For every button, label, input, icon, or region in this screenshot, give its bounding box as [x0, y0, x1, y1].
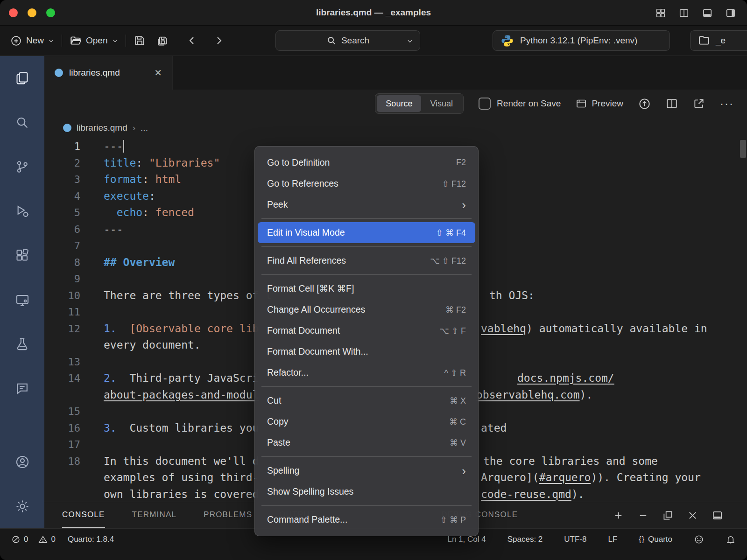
editor-action-bar: Source Visual Render on Save Preview ···: [44, 90, 747, 118]
customize-layout-icon[interactable]: [655, 8, 666, 18]
render-circle-arrow-icon[interactable]: [638, 98, 651, 110]
menu-separator: [261, 386, 472, 387]
workspace-label: _e: [716, 35, 726, 46]
explorer-icon[interactable]: [0, 56, 44, 100]
panel-add-icon[interactable]: [613, 510, 624, 521]
tab-label: libraries.qmd: [69, 68, 148, 78]
panel-layout-icon[interactable]: [712, 510, 723, 521]
save-icon[interactable]: [134, 35, 146, 47]
braces-icon: {}: [639, 535, 645, 544]
run-debug-icon[interactable]: [0, 189, 44, 233]
cursor-position-status[interactable]: Ln 1, Col 4: [447, 535, 486, 544]
eol-status[interactable]: LF: [608, 535, 617, 544]
indentation-status[interactable]: Spaces: 2: [507, 535, 543, 544]
tab-close-icon[interactable]: ✕: [154, 67, 162, 78]
close-window-button[interactable]: [9, 8, 18, 17]
breadcrumb-file[interactable]: libraries.qmd: [77, 123, 127, 133]
python-logo-icon: [500, 34, 514, 48]
flask-icon[interactable]: [0, 322, 44, 366]
interpreter-label: Python 3.12.1 (PipEnv: .venv): [520, 35, 637, 46]
line-number: 17: [44, 436, 80, 453]
source-control-icon[interactable]: [0, 145, 44, 189]
feedback-smiley-icon[interactable]: [694, 534, 704, 545]
menu-separator: [261, 505, 472, 506]
save-all-icon[interactable]: [156, 35, 169, 47]
line-number: 3: [44, 171, 80, 188]
zoom-window-button[interactable]: [46, 8, 55, 17]
extensions-icon[interactable]: [0, 233, 44, 278]
settings-gear-icon[interactable]: [0, 484, 44, 528]
split-editor-icon[interactable]: [666, 98, 678, 110]
menu-item-peek[interactable]: Peek›: [255, 194, 478, 215]
preview-button[interactable]: Preview: [576, 98, 623, 109]
menu-item-go-to-definition[interactable]: Go to DefinitionF2: [255, 152, 478, 173]
menu-item-paste[interactable]: Paste⌘ V: [255, 432, 478, 453]
minimize-window-button[interactable]: [28, 8, 36, 17]
breadcrumb-ellipsis[interactable]: ...: [141, 123, 148, 133]
search-icon: [326, 35, 337, 46]
preview-label: Preview: [592, 98, 623, 109]
line-number: 16: [44, 420, 80, 437]
interpreter-selector[interactable]: Python 3.12.1 (PipEnv: .venv): [493, 30, 670, 51]
menu-item-format-cell-k-f[interactable]: Format Cell [⌘K ⌘F]: [255, 278, 478, 299]
toolbar-separator: [126, 35, 126, 47]
panel-tab-problems[interactable]: PROBLEMS: [204, 502, 252, 528]
breadcrumb-separator-icon: ›: [133, 123, 135, 133]
workspace-selector[interactable]: _e: [690, 30, 747, 51]
quarto-version-status[interactable]: Quarto: 1.8.4: [68, 535, 114, 544]
toggle-secondary-sidebar-icon[interactable]: [726, 8, 736, 18]
render-on-save-checkbox[interactable]: [479, 98, 491, 110]
menu-item-format-document-with[interactable]: Format Document With...: [255, 341, 478, 362]
language-mode-status[interactable]: {} Quarto: [639, 535, 672, 544]
panel-tab-console[interactable]: CONSOLE: [62, 502, 105, 528]
line-number: 6: [44, 221, 80, 238]
menu-item-cut[interactable]: Cut⌘ X: [255, 390, 478, 411]
search-input[interactable]: Search: [275, 30, 420, 51]
menu-item-copy[interactable]: Copy⌘ C: [255, 411, 478, 432]
menu-item-edit-in-visual-mode[interactable]: Edit in Visual Mode⇧ ⌘ F4: [258, 222, 475, 243]
tab-libraries-qmd[interactable]: libraries.qmd ✕: [44, 56, 173, 90]
menu-item-command-palette[interactable]: Command Palette...⇧ ⌘ P: [255, 509, 478, 530]
panel-tab-terminal[interactable]: TERMINAL: [132, 502, 177, 528]
menu-item-spelling[interactable]: Spelling›: [255, 460, 478, 481]
notifications-bell-icon[interactable]: [726, 534, 736, 545]
account-icon[interactable]: [0, 440, 44, 484]
panel-minimize-icon[interactable]: [638, 510, 648, 521]
menu-item-format-document[interactable]: Format Document⌥ ⇧ F: [255, 320, 478, 341]
search-sidebar-icon[interactable]: [0, 100, 44, 145]
open-label: Open: [86, 35, 107, 46]
new-file-button[interactable]: New: [10, 35, 54, 47]
menu-item-change-all-occurrences[interactable]: Change All Occurrences⌘ F2: [255, 299, 478, 320]
source-mode-button[interactable]: Source: [377, 95, 421, 112]
menu-separator: [261, 246, 472, 247]
search-dropdown-chevron-icon[interactable]: [407, 38, 413, 44]
quarto-file-icon: [63, 124, 71, 132]
menu-item-find-all-references[interactable]: Find All References⌥ ⇧ F12: [255, 250, 478, 271]
menu-item-show-spelling-issues[interactable]: Show Spelling Issues: [255, 481, 478, 502]
line-number: 2: [44, 155, 80, 172]
sessions-monitor-icon[interactable]: [0, 278, 44, 322]
panel-restore-icon[interactable]: [662, 510, 673, 521]
activity-bar: [0, 56, 44, 528]
open-in-new-window-icon[interactable]: [693, 98, 705, 110]
problems-status[interactable]: 0 0: [11, 535, 56, 544]
navigate-back-icon[interactable]: [186, 35, 197, 46]
panel-close-icon[interactable]: [687, 510, 698, 521]
split-editor-layout-icon[interactable]: [679, 8, 689, 18]
toggle-panel-icon[interactable]: [702, 8, 712, 18]
line-number: 12: [44, 321, 80, 337]
line-number: 5: [44, 204, 80, 221]
comments-icon[interactable]: [0, 366, 44, 411]
source-visual-toggle: Source Visual: [375, 93, 464, 114]
more-actions-icon[interactable]: ···: [720, 97, 734, 110]
scrollbar-thumb[interactable]: [740, 140, 746, 158]
encoding-status[interactable]: UTF-8: [564, 535, 586, 544]
menu-item-refactor[interactable]: Refactor...^ ⇧ R: [255, 362, 478, 383]
visual-mode-button[interactable]: Visual: [421, 95, 462, 112]
line-number: 18: [44, 453, 80, 470]
navigate-forward-icon[interactable]: [213, 35, 225, 46]
menu-item-go-to-references[interactable]: Go to References⇧ F12: [255, 173, 478, 194]
line-number: 10: [44, 287, 80, 304]
open-button[interactable]: Open: [70, 35, 118, 47]
error-count: 0: [24, 535, 28, 544]
